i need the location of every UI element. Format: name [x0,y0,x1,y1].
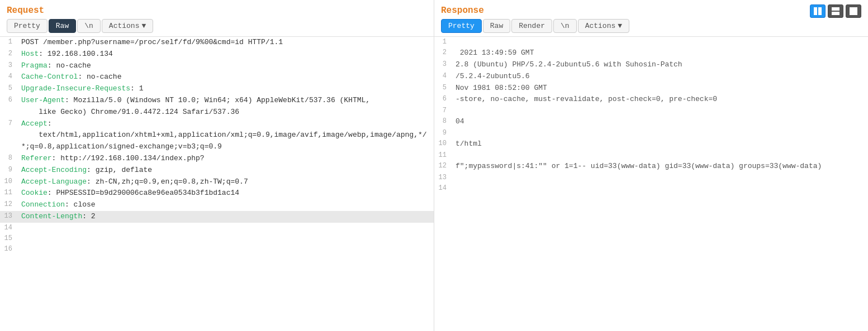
line-content: 04 [451,116,868,128]
line-number: 8 [0,153,17,165]
line-content: Pragma: no-cache [17,60,434,72]
line-number: 12 [434,161,451,172]
line-number: 1 [434,37,451,47]
line-number: 9 [434,128,451,138]
line-number: 4 [0,71,17,83]
line-number: 2 [434,47,451,59]
line-number: 3 [434,59,451,71]
line-number: 7 [0,118,17,153]
response-title: Response [434,0,868,19]
request-actions-button[interactable]: Actions ▼ [102,19,153,33]
line-content: -store, no-cache, must-revalidate, post-… [451,94,868,105]
line-number: 7 [434,105,451,116]
line-number: 8 [434,116,451,128]
line-number: 10 [434,138,451,150]
line-content [17,233,434,244]
response-code-table: 12 2021 13:49:59 GMT32.8 (Ubuntu) PHP/5.… [434,37,868,199]
line-content: t/html [451,138,868,150]
line-number: 14 [0,223,17,233]
response-tab-pretty[interactable]: Pretty [441,19,482,33]
response-tabs: Pretty Raw Render \n Actions ▼ [434,19,868,36]
line-number: 5 [0,83,17,95]
line-content: Content-Length: 2 [17,211,434,223]
line-content: f";mypassword|s:41:"" or 1=1-- uid=33(ww… [451,161,868,172]
line-number: 1 [0,37,17,49]
line-content [451,37,868,47]
line-number: 13 [0,211,17,223]
request-tab-pretty[interactable]: Pretty [7,19,48,33]
line-content: Connection: close [17,199,434,211]
line-content: Cookie: PHPSESSID=b9d290006ca8e96ea0534b… [17,188,434,199]
line-content: /5.2.4-2ubuntu5.6 [451,71,868,83]
response-actions-button[interactable]: Actions ▼ [578,19,629,33]
request-tabs: Pretty Raw \n Actions ▼ [0,19,434,36]
line-number: 4 [434,71,451,83]
request-content[interactable]: 1POST /member.php?username=/proc/self/fd… [0,36,434,331]
line-content: 2.8 (Ubuntu) PHP/5.2.4-2ubuntu5.6 with S… [451,59,868,71]
line-content [17,244,434,259]
line-number: 6 [434,94,451,105]
line-number: 2 [0,49,17,60]
line-number: 12 [0,199,17,211]
line-content: Nov 1981 08:52:00 GMT [451,83,868,94]
request-title: Request [0,0,434,19]
line-number: 16 [0,244,17,259]
request-tab-newline[interactable]: \n [77,19,101,33]
chevron-down-icon: ▼ [618,22,622,30]
chevron-down-icon: ▼ [141,22,146,30]
line-content [451,150,868,161]
line-content: Cache-Control: no-cache [17,71,434,83]
line-content: 2021 13:49:59 GMT [451,47,868,59]
response-content[interactable]: 12 2021 13:49:59 GMT32.8 (Ubuntu) PHP/5.… [434,36,868,331]
response-tab-raw[interactable]: Raw [483,19,510,33]
line-number: 11 [434,150,451,161]
line-number: 9 [0,165,17,176]
line-content: Upgrade-Insecure-Requests: 1 [17,83,434,95]
line-content: Referer: http://192.168.100.134/index.ph… [17,153,434,165]
request-code-table: 1POST /member.php?username=/proc/self/fd… [0,37,434,259]
line-content: Accept: text/html,application/xhtml+xml,… [17,118,434,153]
response-tab-render[interactable]: Render [511,19,552,33]
line-content [451,183,868,198]
line-content [451,105,868,116]
line-number: 11 [0,188,17,199]
line-number: 10 [0,176,17,188]
line-content: User-Agent: Mozilla/5.0 (Windows NT 10.0… [17,95,434,118]
line-number: 6 [0,95,17,118]
line-content: Accept-Language: zh-CN,zh;q=0.9,en;q=0.8… [17,176,434,188]
line-content [451,172,868,183]
line-content: Host: 192.168.100.134 [17,49,434,60]
line-content: POST /member.php?username=/proc/self/fd/… [17,37,434,49]
line-number: 5 [434,83,451,94]
line-number: 13 [434,172,451,183]
request-tab-raw[interactable]: Raw [49,19,76,33]
line-content: Accept-Encoding: gzip, deflate [17,165,434,176]
response-tab-newline[interactable]: \n [553,19,577,33]
response-panel: Response Pretty Raw Render \n Actions ▼ … [434,0,868,331]
line-content [17,223,434,233]
line-number: 14 [434,183,451,198]
request-panel: Request Pretty Raw \n Actions ▼ 1POST /m… [0,0,434,331]
line-number: 15 [0,233,17,244]
line-content [451,128,868,138]
line-number: 3 [0,60,17,72]
